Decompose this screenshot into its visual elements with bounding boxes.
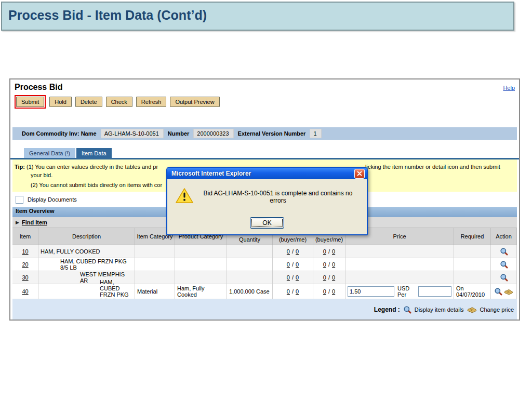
attachments-me-link[interactable]: 0 bbox=[296, 248, 299, 255]
slash-separator: / bbox=[328, 274, 330, 281]
item-category-cell bbox=[135, 271, 175, 284]
price-input[interactable] bbox=[348, 286, 394, 297]
notes-me-link[interactable]: 0 bbox=[332, 274, 335, 281]
magnifier-icon bbox=[403, 305, 411, 314]
table-row: 30 WEST MEMPHIS AR 0/0 0/0 bbox=[12, 271, 517, 284]
notes-buyer-link[interactable]: 0 bbox=[323, 274, 326, 281]
price-cell bbox=[345, 258, 454, 271]
product-category-cell: Ham, Fully Cooked bbox=[175, 284, 227, 299]
price-unit-label: USD Per bbox=[397, 285, 415, 298]
item-description: HAM, CUBED FRZN PKG 8/5 LB bbox=[38, 258, 135, 271]
price-cell bbox=[345, 245, 454, 258]
ie-message-dialog: Microsoft Internet Explorer Bid AG-LHAM-… bbox=[166, 167, 368, 235]
dialog-titlebar[interactable]: Microsoft Internet Explorer bbox=[167, 168, 367, 179]
table-row: 10 HAM, FULLY COOKED 0/0 0/0 bbox=[12, 245, 517, 258]
table-row: 40 HAM, CUBED FRZN PKG 8/5 LB Material H… bbox=[12, 284, 517, 299]
attachments-me-link[interactable]: 0 bbox=[296, 261, 299, 268]
close-icon[interactable] bbox=[354, 169, 365, 179]
attachments-me-link[interactable]: 0 bbox=[296, 274, 299, 281]
attachments-buyer-link[interactable]: 0 bbox=[287, 248, 290, 255]
attachments-me-link[interactable]: 0 bbox=[296, 288, 299, 295]
col-required: Required bbox=[454, 228, 491, 245]
submit-highlight-box: Submit bbox=[15, 95, 46, 109]
item-category-cell bbox=[135, 245, 175, 258]
handshake-icon[interactable] bbox=[504, 288, 513, 295]
tab-strip: General Data (!) Item Data bbox=[24, 148, 519, 158]
col-item: Item bbox=[12, 228, 38, 245]
slash-separator: / bbox=[292, 288, 294, 295]
quantity-cell: 1,000.000 Case bbox=[227, 284, 273, 299]
item-category-cell bbox=[135, 258, 175, 271]
notes-buyer-link[interactable]: 0 bbox=[323, 261, 326, 268]
legend-label: Legend : bbox=[374, 306, 400, 313]
magnifier-icon[interactable] bbox=[500, 273, 508, 282]
submit-button[interactable]: Submit bbox=[16, 97, 44, 107]
tip-line1-left: (1) You can enter values directly in the… bbox=[26, 164, 158, 170]
toolbar: Submit Hold Delete Check Refresh Output … bbox=[15, 95, 519, 109]
legend-change-price: Change price bbox=[480, 307, 514, 313]
price-cell: USD Per bbox=[345, 284, 454, 299]
tip-label: Tip: bbox=[15, 164, 26, 170]
name-label: Dom Commodity Inv: Name bbox=[22, 130, 97, 137]
slash-separator: / bbox=[328, 248, 330, 255]
tip-line1-right: licking the item number or detail icon a… bbox=[365, 163, 500, 171]
magnifier-icon[interactable] bbox=[500, 260, 508, 269]
display-documents-label: Display Documents bbox=[28, 196, 77, 203]
slash-separator: / bbox=[328, 288, 330, 295]
required-cell bbox=[454, 271, 491, 284]
required-cell bbox=[454, 258, 491, 271]
refresh-button[interactable]: Refresh bbox=[136, 97, 167, 107]
legend-bar: Legend : Display item details Change pri… bbox=[12, 299, 517, 320]
price-per-input[interactable] bbox=[418, 286, 451, 297]
number-value: 2000000323 bbox=[193, 129, 233, 138]
magnifier-icon[interactable] bbox=[494, 287, 502, 296]
item-number-link[interactable]: 30 bbox=[22, 274, 28, 281]
product-category-cell bbox=[175, 271, 227, 284]
item-number-link[interactable]: 40 bbox=[22, 288, 28, 295]
required-cell bbox=[454, 245, 491, 258]
find-item-link[interactable]: Find Item bbox=[22, 219, 47, 225]
warning-triangle-icon bbox=[176, 188, 193, 206]
item-number-link[interactable]: 10 bbox=[22, 248, 28, 255]
attachments-buyer-link[interactable]: 0 bbox=[287, 261, 290, 268]
document-header-bar: Dom Commodity Inv: Name AG-LHAM-S-10-005… bbox=[12, 127, 517, 140]
dialog-message: Bid AG-LHAM-S-10-0051 is complete and co… bbox=[193, 190, 360, 204]
display-documents-checkbox[interactable] bbox=[16, 196, 23, 204]
slide-title: Process Bid - Item Data (Cont’d) bbox=[1, 2, 514, 31]
tab-general-data[interactable]: General Data (!) bbox=[24, 148, 75, 158]
notes-me-link[interactable]: 0 bbox=[332, 288, 335, 295]
output-preview-button[interactable]: Output Preview bbox=[170, 97, 219, 107]
quantity-cell bbox=[227, 245, 273, 258]
dialog-body: Bid AG-LHAM-S-10-0051 is complete and co… bbox=[167, 179, 367, 206]
attachments-buyer-link[interactable]: 0 bbox=[287, 288, 290, 295]
version-label: External Version Number bbox=[238, 130, 306, 137]
quantity-cell bbox=[227, 271, 273, 284]
notes-me-link[interactable]: 0 bbox=[332, 248, 335, 255]
item-category-cell: Material bbox=[135, 284, 175, 299]
help-link[interactable]: Help bbox=[503, 85, 515, 91]
item-description: HAM, FULLY COOKED bbox=[38, 245, 135, 258]
required-cell: On 04/07/2010 bbox=[454, 284, 491, 299]
notes-buyer-link[interactable]: 0 bbox=[323, 248, 326, 255]
quantity-cell bbox=[227, 258, 273, 271]
hold-button[interactable]: Hold bbox=[49, 97, 72, 107]
name-value: AG-LHAM-S-10-0051 bbox=[101, 129, 164, 138]
item-number-link[interactable]: 20 bbox=[22, 261, 28, 268]
price-cell bbox=[345, 271, 454, 284]
delete-button[interactable]: Delete bbox=[75, 97, 102, 107]
tab-item-data[interactable]: Item Data bbox=[76, 148, 112, 158]
number-label: Number bbox=[168, 130, 190, 137]
magnifier-icon[interactable] bbox=[500, 247, 508, 256]
attachments-buyer-link[interactable]: 0 bbox=[287, 274, 290, 281]
col-action: Action bbox=[491, 228, 517, 245]
handshake-icon bbox=[467, 306, 477, 313]
slash-separator: / bbox=[292, 274, 294, 281]
product-category-cell bbox=[175, 258, 227, 271]
check-button[interactable]: Check bbox=[106, 97, 132, 107]
notes-buyer-link[interactable]: 0 bbox=[323, 288, 326, 295]
notes-me-link[interactable]: 0 bbox=[332, 261, 335, 268]
slide-canvas: Process Bid - Item Data (Cont’d) Process… bbox=[0, 0, 532, 399]
item-description: HAM, CUBED FRZN PKG 8/5 LB bbox=[38, 284, 135, 299]
table-row: 20 HAM, CUBED FRZN PKG 8/5 LB 0/0 0/0 bbox=[12, 258, 517, 271]
ok-button[interactable]: OK bbox=[250, 217, 284, 229]
